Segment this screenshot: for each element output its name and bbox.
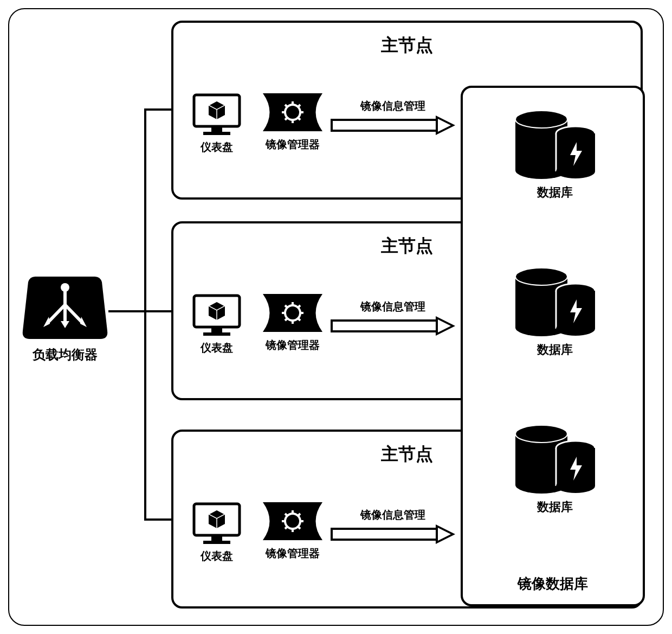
connector (144, 518, 171, 521)
svg-rect-35 (203, 541, 230, 544)
svg-rect-8 (211, 126, 222, 132)
node-title: 主节点 (381, 234, 433, 258)
mirror-mgr-label: 镜像管理器 (255, 546, 331, 561)
arrow-icon (331, 116, 455, 135)
svg-line-30 (298, 318, 300, 321)
database-icon (512, 424, 598, 495)
database: 数据库 (506, 267, 604, 358)
svg-point-53 (556, 164, 595, 178)
svg-rect-21 (211, 327, 222, 332)
svg-line-44 (298, 514, 300, 516)
mirror-database-box: 数据库 数据库 数据库 镜像数据库 (461, 86, 645, 606)
node-title: 主节点 (381, 34, 433, 57)
svg-rect-9 (203, 132, 230, 135)
db-label: 数据库 (506, 499, 604, 515)
database: 数据库 (506, 424, 604, 515)
arrow-icon (331, 316, 455, 336)
monitor-cube-icon (192, 294, 241, 337)
svg-line-17 (298, 118, 300, 120)
load-balancer-icon (22, 271, 108, 342)
svg-line-45 (285, 527, 287, 529)
dashboard: 仪表盘 (190, 294, 244, 355)
dashboard-label: 仪表盘 (190, 341, 244, 355)
load-balancer: 负载均衡器 (22, 271, 108, 363)
svg-line-43 (298, 527, 300, 529)
svg-rect-22 (203, 332, 230, 336)
monitor-cube-icon (192, 93, 241, 137)
arrow: 镜像信息管理 (331, 99, 455, 135)
arrow-label: 镜像信息管理 (331, 299, 455, 314)
mirror-manager: 镜像管理器 (255, 91, 331, 152)
svg-point-61 (556, 322, 595, 336)
svg-line-16 (285, 105, 287, 107)
dashboard: 仪表盘 (190, 93, 244, 155)
svg-point-69 (556, 479, 595, 493)
dashboard-label: 仪表盘 (190, 140, 244, 155)
node-title: 主节点 (381, 443, 433, 466)
mirror-manager: 镜像管理器 (255, 291, 331, 353)
svg-rect-34 (211, 535, 222, 541)
gear-bowtie-icon (260, 91, 325, 134)
db-label: 数据库 (506, 184, 604, 201)
svg-line-18 (298, 105, 300, 107)
arrow-label: 镜像信息管理 (331, 508, 455, 522)
mirror-manager: 镜像管理器 (255, 499, 331, 561)
database: 数据库 (506, 110, 604, 201)
gear-bowtie-icon (260, 499, 325, 543)
monitor-cube-icon (192, 502, 241, 546)
svg-line-42 (285, 514, 287, 516)
dashboard: 仪表盘 (190, 502, 244, 563)
database-icon (512, 110, 598, 180)
arrow-icon (331, 524, 455, 544)
load-balancer-label: 负载均衡器 (22, 346, 108, 363)
mirror-mgr-label: 镜像管理器 (255, 137, 331, 152)
svg-line-29 (285, 305, 287, 308)
gear-bowtie-icon (260, 291, 325, 335)
connector (144, 108, 171, 111)
connector (108, 310, 146, 312)
dashboard-label: 仪表盘 (190, 549, 244, 563)
connector (144, 108, 146, 521)
arrow-label: 镜像信息管理 (331, 99, 455, 113)
connector (144, 310, 171, 312)
mirror-db-title: 镜像数据库 (518, 574, 588, 593)
svg-line-19 (285, 118, 287, 120)
arrow: 镜像信息管理 (331, 508, 455, 544)
svg-line-32 (285, 318, 287, 321)
database-icon (512, 267, 598, 337)
arrow: 镜像信息管理 (331, 299, 455, 336)
db-label: 数据库 (506, 342, 604, 358)
mirror-mgr-label: 镜像管理器 (255, 338, 331, 353)
svg-line-31 (298, 305, 300, 308)
